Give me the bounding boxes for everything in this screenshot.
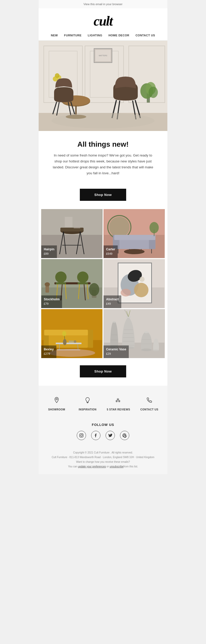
svg-point-73 xyxy=(89,283,99,296)
intro-title: All things new! xyxy=(52,140,154,148)
svg-point-47 xyxy=(109,217,130,237)
svg-point-95 xyxy=(63,339,67,345)
logo[interactable]: cult xyxy=(41,13,165,29)
product-grid: Hairpin £89 xyxy=(39,209,167,358)
product-name-bexley: Bexley xyxy=(44,347,54,352)
product-name-carter: Carter xyxy=(106,247,115,252)
inspiration-label: INSPIRATION xyxy=(79,408,96,411)
email-container: View this email in your browser cult NEW… xyxy=(39,0,167,474)
hero-image: MATTERS xyxy=(39,41,167,131)
svg-point-75 xyxy=(45,282,50,286)
footer-icon-contact[interactable]: CONTACT US xyxy=(134,394,165,414)
shop-now-button-2[interactable]: Shop Now xyxy=(80,365,126,377)
product-label-bexley: Bexley £279 xyxy=(41,345,56,358)
intro-text: In need of some fresh home inspo? We've … xyxy=(52,153,154,176)
svg-point-32 xyxy=(52,113,154,128)
product-name-stockholm: Stockholm xyxy=(44,297,59,302)
star-icon: ⁂ xyxy=(104,397,133,405)
svg-text:⁂: ⁂ xyxy=(115,398,121,403)
product-card-carter[interactable]: Carter £649 xyxy=(104,209,165,258)
follow-section: FOLLOW US xyxy=(39,417,167,448)
reviews-label: 5 STAR REVIEWS xyxy=(107,408,130,411)
product-card-vase[interactable]: Ceramic Vase £29 xyxy=(104,309,165,358)
svg-point-15 xyxy=(55,73,59,78)
nav-contact[interactable]: CONTACT US xyxy=(135,34,155,37)
location-icon xyxy=(42,397,71,405)
twitter-icon[interactable] xyxy=(106,431,115,440)
svg-point-118 xyxy=(144,331,149,333)
svg-rect-43 xyxy=(74,221,80,228)
unsubscribe-link[interactable]: unsubscribe xyxy=(110,465,124,468)
or-text: or xyxy=(106,465,109,468)
shop-now-button-1[interactable]: Shop Now xyxy=(80,189,126,201)
svg-point-84 xyxy=(140,277,145,282)
svg-point-83 xyxy=(121,289,131,296)
footer-legal: Copyright © 2021 Cult Furniture . All ri… xyxy=(39,448,167,474)
copyright-text: Copyright © 2021 Cult Furniture . All ri… xyxy=(44,450,162,455)
address-text: Cult Furniture · 811-813 Wandsworth Road… xyxy=(44,455,162,460)
logo-area: cult xyxy=(39,8,167,31)
product-card-hairpin[interactable]: Hairpin £89 xyxy=(41,209,102,258)
product-label-hairpin: Hairpin £89 xyxy=(41,245,57,258)
svg-point-58 xyxy=(150,222,159,233)
product-card-bexley[interactable]: Bexley £279 xyxy=(41,309,102,358)
svg-rect-91 xyxy=(56,343,82,344)
footer-icon-inspiration[interactable]: INSPIRATION xyxy=(72,394,103,414)
social-icons xyxy=(41,431,165,440)
svg-point-31 xyxy=(149,87,158,98)
nav-home-decor[interactable]: HOME DECOR xyxy=(108,34,129,37)
nav-lighting[interactable]: LIGHTING xyxy=(88,34,102,37)
phone-icon xyxy=(135,397,164,405)
footer-icons: SHOWROOM INSPIRATION ⁂ 5 STAR REVIEWS xyxy=(39,386,167,417)
product-price-carter: £649 xyxy=(106,252,115,256)
svg-rect-42 xyxy=(65,217,73,227)
product-label-stockholm: Stockholm £79 xyxy=(41,295,62,308)
unsubscribe-line: You can update your preferences or unsub… xyxy=(44,464,162,469)
product-card-abstract[interactable]: Abstract £49 xyxy=(104,259,165,308)
preferences-label: Want to change how you receive these ema… xyxy=(76,460,130,463)
preferences-text: Want to change how you receive these ema… xyxy=(44,460,162,464)
svg-point-64 xyxy=(55,271,67,283)
svg-point-99 xyxy=(74,340,76,343)
nav-furniture[interactable]: FURNITURE xyxy=(64,34,82,37)
instagram-icon[interactable] xyxy=(77,431,86,440)
svg-rect-69 xyxy=(78,282,88,284)
product-name-vase: Ceramic Vase xyxy=(106,347,126,352)
svg-point-56 xyxy=(124,249,145,254)
svg-point-129 xyxy=(82,434,83,434)
intro-section: All things new! In need of some fresh ho… xyxy=(39,131,167,181)
svg-rect-65 xyxy=(56,282,66,284)
you-can-label: You can xyxy=(68,465,78,468)
svg-point-119 xyxy=(153,350,159,351)
topbar: View this email in your browser xyxy=(39,0,167,8)
svg-point-117 xyxy=(141,349,152,351)
product-label-abstract: Abstract £49 xyxy=(104,295,121,308)
svg-point-97 xyxy=(62,331,66,336)
lightbulb-icon xyxy=(73,397,102,405)
svg-point-68 xyxy=(77,271,89,283)
svg-point-82 xyxy=(134,283,149,297)
pinterest-icon[interactable] xyxy=(120,431,129,440)
nav-bar: NEW FURNITURE LIGHTING HOME DECOR CONTAC… xyxy=(39,31,167,41)
svg-point-123 xyxy=(56,398,57,400)
svg-rect-89 xyxy=(88,330,93,348)
product-price-abstract: £49 xyxy=(106,302,119,306)
product-price-bexley: £279 xyxy=(44,352,54,356)
facebook-icon[interactable] xyxy=(91,431,100,440)
svg-point-114 xyxy=(113,321,116,323)
follow-title: FOLLOW US xyxy=(41,423,165,427)
svg-point-128 xyxy=(81,434,82,436)
product-card-stockholm[interactable]: Stockholm £79 xyxy=(41,259,102,308)
topbar-text: View this email in your browser xyxy=(83,3,122,6)
contact-us-label: CONTACT US xyxy=(140,408,158,411)
product-price-hairpin: £89 xyxy=(44,252,54,256)
footer-icon-showroom[interactable]: SHOWROOM xyxy=(41,394,72,414)
product-name-abstract: Abstract xyxy=(106,297,119,302)
showroom-label: SHOWROOM xyxy=(48,408,65,411)
svg-rect-51 xyxy=(114,235,156,240)
svg-rect-98 xyxy=(69,341,74,343)
preferences-link[interactable]: update your preferences xyxy=(78,465,106,468)
hero-svg: MATTERS xyxy=(39,41,167,131)
nav-new[interactable]: NEW xyxy=(51,34,58,37)
footer-icon-reviews[interactable]: ⁂ 5 STAR REVIEWS xyxy=(103,394,134,414)
